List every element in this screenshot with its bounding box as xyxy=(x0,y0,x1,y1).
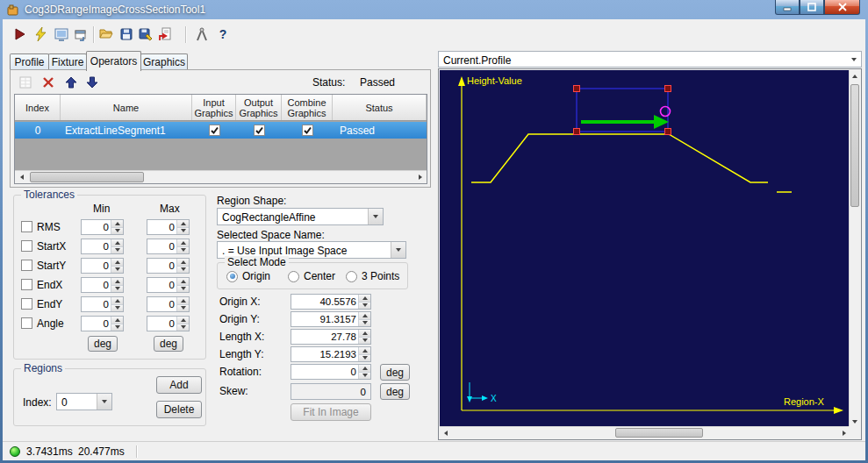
spinner-buttons[interactable] xyxy=(176,278,189,292)
region-shape-select[interactable]: CogRectangleAffine xyxy=(217,208,384,225)
region-corner-handle[interactable] xyxy=(574,86,580,92)
help-button[interactable]: ? xyxy=(213,25,233,44)
startx-min-spinner[interactable]: 0 xyxy=(81,239,124,254)
region-corner-handle[interactable] xyxy=(574,129,580,135)
spinner-value[interactable]: 91.3157 xyxy=(293,314,356,324)
run-button[interactable] xyxy=(10,25,29,44)
tolerance-rms-checkbox[interactable] xyxy=(21,221,32,232)
starty-max-spinner[interactable]: 0 xyxy=(147,258,190,274)
rms-min-spinner[interactable]: 0 xyxy=(81,219,124,235)
mode-origin-radio[interactable]: Origin xyxy=(226,270,270,282)
rotation-spinner[interactable]: 0 xyxy=(291,364,371,380)
tab-fixture[interactable]: Fixture xyxy=(48,53,87,70)
combo-arrow[interactable] xyxy=(846,52,861,67)
column-header-combine-graphics[interactable]: Combine Graphics xyxy=(282,95,333,120)
endx-min-spinner[interactable]: 0 xyxy=(81,277,124,293)
save-as-button[interactable] xyxy=(136,25,155,44)
spinner-value[interactable]: 0 xyxy=(83,222,109,232)
tolerance-starty-checkbox[interactable] xyxy=(21,260,32,271)
spinner-buttons[interactable] xyxy=(358,295,370,309)
delete-region-button[interactable]: Delete xyxy=(156,401,202,418)
spinner-value[interactable]: 0 xyxy=(149,222,175,232)
scroll-right-button[interactable] xyxy=(413,171,427,183)
spinner-value[interactable]: 0 xyxy=(83,318,109,329)
minimize-button[interactable] xyxy=(775,0,800,15)
move-down-button[interactable] xyxy=(84,75,100,90)
spinner-buttons[interactable] xyxy=(176,259,189,273)
combine-graphics-checkbox[interactable] xyxy=(302,125,313,136)
plot-horizontal-scrollbar[interactable] xyxy=(440,426,850,438)
float-window-button[interactable] xyxy=(71,25,90,44)
table-row[interactable]: 0 ExtractLineSegment1 Passed xyxy=(15,122,427,139)
combo-arrow[interactable] xyxy=(97,394,111,410)
skew-deg-button[interactable]: deg xyxy=(380,383,410,400)
combo-arrow[interactable] xyxy=(368,209,383,224)
tab-profile[interactable]: Profile xyxy=(10,53,49,70)
column-header-index[interactable]: Index xyxy=(15,95,61,120)
spinner-buttons[interactable] xyxy=(358,330,370,344)
spinner-buttons[interactable] xyxy=(358,312,370,326)
delete-operator-button[interactable] xyxy=(40,75,56,90)
scroll-thumb[interactable] xyxy=(30,172,144,182)
rms-max-spinner[interactable]: 0 xyxy=(147,219,190,235)
rotation-deg-button[interactable]: deg xyxy=(380,364,410,381)
spinner-value[interactable]: 0 xyxy=(83,280,109,290)
mode-center-radio[interactable]: Center xyxy=(288,270,335,282)
move-up-button[interactable] xyxy=(63,75,79,90)
scroll-left-button[interactable] xyxy=(440,427,452,438)
tolerance-endy-checkbox[interactable] xyxy=(21,298,32,310)
import-button[interactable] xyxy=(155,25,175,44)
spinner-buttons[interactable] xyxy=(176,317,189,331)
spinner-value[interactable]: 0 xyxy=(149,241,175,252)
measure-button[interactable] xyxy=(192,25,212,44)
spinner-value[interactable]: 15.2193 xyxy=(293,349,356,360)
tolerance-startx-checkbox[interactable] xyxy=(21,240,32,252)
titlebar[interactable]: Cog3DRangeImageCrossSectionTool1 xyxy=(0,0,868,19)
endy-min-spinner[interactable]: 0 xyxy=(81,296,124,312)
save-button[interactable] xyxy=(117,25,136,44)
spinner-buttons[interactable] xyxy=(111,297,123,311)
spinner-value[interactable]: 0 xyxy=(149,318,175,329)
input-graphics-checkbox[interactable] xyxy=(209,125,220,136)
column-header-status[interactable]: Status xyxy=(333,95,427,120)
spinner-buttons[interactable] xyxy=(111,239,123,253)
spinner-buttons[interactable] xyxy=(358,347,370,361)
tolerance-endx-checkbox[interactable] xyxy=(21,279,32,290)
starty-min-spinner[interactable]: 0 xyxy=(81,258,124,274)
output-graphics-checkbox[interactable] xyxy=(254,125,265,136)
endy-max-spinner[interactable]: 0 xyxy=(147,296,190,312)
profile-plot[interactable]: Height-Value Region-X X xyxy=(440,70,850,428)
spinner-value[interactable]: 40.5576 xyxy=(293,296,356,307)
angle-max-spinner[interactable]: 0 xyxy=(147,316,190,331)
spinner-value[interactable]: 0 xyxy=(83,241,109,252)
spinner-value[interactable]: 0 xyxy=(83,260,109,271)
tab-graphics[interactable]: Graphics xyxy=(140,53,188,70)
column-header-name[interactable]: Name xyxy=(61,95,192,120)
region-corner-handle[interactable] xyxy=(665,129,671,135)
origin-x-spinner[interactable]: 40.5576 xyxy=(291,294,371,310)
spinner-buttons[interactable] xyxy=(176,239,189,253)
spinner-value[interactable]: 0 xyxy=(83,299,109,310)
angle-min-spinner[interactable]: 0 xyxy=(81,316,124,331)
length-x-spinner[interactable]: 27.78 xyxy=(291,329,371,345)
scroll-thumb[interactable] xyxy=(615,428,703,438)
spinner-value[interactable]: 0 xyxy=(149,280,175,290)
add-region-button[interactable]: Add xyxy=(156,376,202,394)
spinner-buttons[interactable] xyxy=(358,365,370,379)
live-run-button[interactable] xyxy=(31,25,50,44)
length-y-spinner[interactable]: 15.2193 xyxy=(291,346,371,362)
spinner-buttons[interactable] xyxy=(111,220,123,234)
open-button[interactable] xyxy=(97,25,116,44)
spinner-buttons[interactable] xyxy=(111,278,123,292)
combo-arrow[interactable] xyxy=(391,242,405,258)
scroll-up-button[interactable] xyxy=(850,70,860,82)
endx-max-spinner[interactable]: 0 xyxy=(147,277,190,293)
column-header-output-graphics[interactable]: Output Graphics xyxy=(236,95,282,120)
rotation-handle[interactable] xyxy=(661,107,671,117)
spinner-buttons[interactable] xyxy=(111,259,123,273)
maximize-button[interactable] xyxy=(800,0,824,15)
spinner-buttons[interactable] xyxy=(111,317,123,331)
min-deg-button[interactable]: deg xyxy=(88,336,118,352)
table-horizontal-scrollbar[interactable] xyxy=(15,170,427,183)
spinner-buttons[interactable] xyxy=(176,297,189,311)
